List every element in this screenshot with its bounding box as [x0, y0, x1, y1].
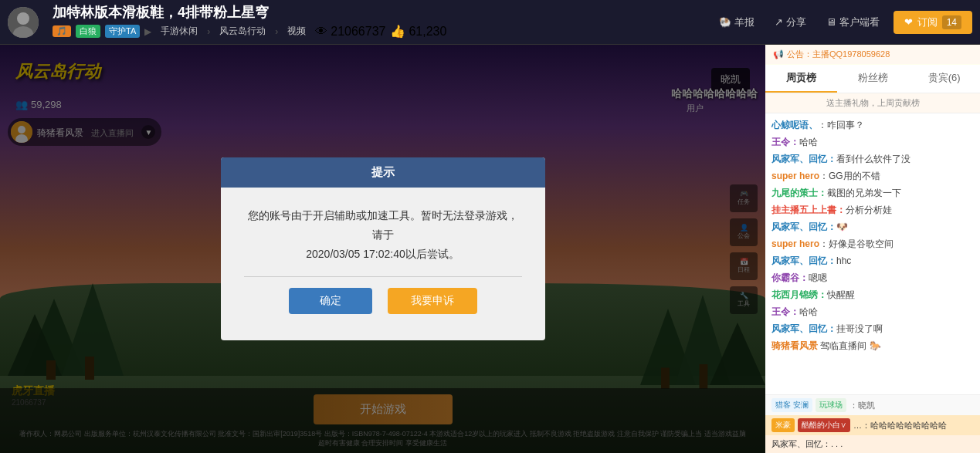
nav-video[interactable]: 视频 — [283, 23, 310, 39]
main-content: 风云岛行动 👥 59,298 骑猪看风景 进入直播间 — [0, 45, 980, 453]
streamer-avatar[interactable] — [8, 7, 39, 38]
page-title: 加特林版本滑板鞋，4排带粉上星穹 — [53, 5, 446, 22]
dialog-buttons: 确定 我要申诉 — [244, 288, 522, 328]
chat-username: 心鲸呢语、 — [771, 120, 818, 130]
chat-username: 风家军、回忆： — [771, 323, 836, 334]
tag-streamer: 🎵 — [53, 25, 71, 37]
notice-text-1: ：晓凯 — [849, 400, 974, 411]
like-count: 👍 61,230 — [390, 24, 446, 39]
chat-username: 你霸谷： — [771, 272, 809, 283]
chat-username: 王令： — [771, 306, 799, 317]
list-item: 九尾的策士：截图的兄弟发一下 — [771, 186, 974, 200]
list-item: 骑猪看风景 驾临直播间 🐎 — [771, 339, 974, 353]
nav-game-name[interactable]: 风云岛行动 — [215, 23, 270, 39]
announce-bar: 📢 公告：主播QQ1978059628 — [765, 45, 980, 65]
chat-messages: 心鲸呢语、：咋回事？ 王令：哈哈 风家军、回忆：看到什么软件了没 super h… — [765, 113, 980, 394]
client-icon: 🖥 — [826, 16, 836, 28]
tab-vip[interactable]: 贵宾(6) — [908, 65, 980, 93]
chat-bottom-row-3: 风家军、回忆：. . . — [765, 435, 980, 453]
game-background: 风云岛行动 👥 59,298 骑猪看风景 进入直播间 — [0, 45, 765, 453]
send-gift-bar[interactable]: 送主播礼物，上周贡献榜 — [765, 93, 980, 113]
chat-username: super hero — [771, 238, 819, 249]
report-button[interactable]: 🐏 羊报 — [713, 12, 761, 32]
video-area: 风云岛行动 👥 59,298 骑猪看风景 进入直播间 — [0, 45, 765, 453]
list-item: 你霸谷：嗯嗯 — [771, 271, 974, 285]
bottom-text-3: 风家军、回忆：. . . — [771, 438, 843, 450]
streamer-tags: 🎵 白狼 守护TA ▶ 手游休闲 › 风云岛行动 › 视频 👁 21066737… — [53, 23, 446, 39]
chat-username: 风家军、回忆： — [771, 154, 836, 164]
share-icon: ↗ — [775, 16, 783, 28]
chat-tabs: 周贡榜 粉丝榜 贵宾(6) — [765, 65, 980, 93]
list-item: 王令：哈哈 — [771, 305, 974, 319]
chat-username: 风家军、回忆： — [771, 221, 836, 232]
like-icon: 👍 — [390, 24, 405, 39]
appeal-button[interactable]: 我要申诉 — [388, 288, 477, 314]
announce-icon: 📢 — [773, 49, 784, 59]
chat-bottom-row-2: 米豪 酷酷的小白∨ …：哈哈哈哈哈哈哈哈哈 — [765, 415, 980, 435]
chat-username: 花西月锦绣： — [771, 289, 827, 300]
avatar-area — [8, 7, 39, 38]
notice-badge-2: 玩球场 — [816, 398, 846, 412]
report-icon: 🐏 — [719, 16, 731, 28]
dialog-header: 提示 — [221, 157, 545, 188]
chat-bottom: 猎客 安澜 玩球场 ：晓凯 米豪 酷酷的小白∨ …：哈哈哈哈哈哈哈哈哈 风家军、… — [765, 394, 980, 453]
client-button[interactable]: 🖥 客户端看 — [820, 12, 886, 32]
list-item: 王令：哈哈 — [771, 135, 974, 149]
list-item: 挂主播五上上書：分析分析娃 — [771, 203, 974, 217]
header: 加特林版本滑板鞋，4排带粉上星穹 🎵 白狼 守护TA ▶ 手游休闲 › 风云岛行… — [0, 0, 980, 45]
notice-badge-1: 猎客 安澜 — [771, 398, 812, 412]
confirm-button[interactable]: 确定 — [289, 288, 372, 314]
share-button[interactable]: ↗ 分享 — [768, 12, 812, 32]
badge-miao: 米豪 — [771, 418, 795, 432]
svg-point-1 — [17, 12, 29, 25]
header-actions: 🐏 羊报 ↗ 分享 🖥 客户端看 ❤ 订阅 14 — [713, 11, 972, 34]
tag-white-wolf[interactable]: 白狼 — [76, 25, 100, 38]
like-count-value: 61,230 — [409, 25, 446, 39]
list-item: 花西月锦绣：快醒醒 — [771, 288, 974, 302]
dialog-message: 您的账号由于开启辅助或加速工具。暂时无法登录游戏，请于2020/03/05 17… — [244, 206, 522, 265]
chat-username: super hero — [771, 171, 819, 181]
bottom-text-2: …：哈哈哈哈哈哈哈哈哈 — [853, 420, 974, 431]
list-item: 风家军、回忆：看到什么软件了没 — [771, 152, 974, 166]
dialog-box: 提示 您的账号由于开启辅助或加速工具。暂时无法登录游戏，请于2020/03/05… — [221, 157, 545, 341]
subscribe-count: 14 — [942, 15, 961, 29]
tag-guard[interactable]: 守护TA — [105, 25, 140, 38]
tab-weekly[interactable]: 周贡榜 — [765, 65, 837, 93]
streamer-info: 加特林版本滑板鞋，4排带粉上星穹 🎵 白狼 守护TA ▶ 手游休闲 › 风云岛行… — [53, 5, 446, 40]
list-item: 风家军、回忆：hhc — [771, 254, 974, 268]
list-item: 风家军、回忆：🐶 — [771, 220, 974, 234]
view-count-value: 21066737 — [331, 25, 385, 39]
view-count: 👁 21066737 — [315, 25, 385, 39]
view-icon: 👁 — [315, 25, 327, 39]
dialog-divider — [244, 276, 522, 277]
dialog-overlay: 提示 您的账号由于开启辅助或加速工具。暂时无法登录游戏，请于2020/03/05… — [0, 45, 765, 453]
chat-username: 王令： — [771, 137, 799, 147]
list-item: super hero：好像是谷歌空间 — [771, 237, 974, 251]
list-item: 风家军、回忆：挂哥没了啊 — [771, 322, 974, 336]
dialog-body: 您的账号由于开启辅助或加速工具。暂时无法登录游戏，请于2020/03/05 17… — [221, 188, 545, 341]
header-left: 加特林版本滑板鞋，4排带粉上星穹 🎵 白狼 守护TA ▶ 手游休闲 › 风云岛行… — [8, 5, 713, 40]
subscribe-heart-icon: ❤ — [904, 16, 913, 28]
list-item: 心鲸呢语、：咋回事？ — [771, 118, 974, 132]
chat-username: 九尾的策士： — [771, 188, 827, 198]
badge-cool: 酷酷的小白∨ — [798, 418, 850, 432]
list-item: super hero：GG用的不错 — [771, 169, 974, 183]
chat-username: 风家军、回忆： — [771, 255, 836, 266]
nav-game-category[interactable]: 手游休闲 — [156, 23, 202, 39]
subscribe-button[interactable]: ❤ 订阅 14 — [894, 11, 972, 34]
chat-area: 📢 公告：主播QQ1978059628 周贡榜 粉丝榜 贵宾(6) 送主播礼物，… — [765, 45, 980, 453]
chat-username: 骑猪看风景 — [771, 340, 818, 351]
chat-notice-row-1: 猎客 安澜 玩球场 ：晓凯 — [765, 395, 980, 415]
tab-fans[interactable]: 粉丝榜 — [837, 65, 909, 93]
announce-text: 公告：主播QQ1978059628 — [787, 49, 890, 60]
chat-username: 挂主播五上上書： — [771, 205, 846, 215]
